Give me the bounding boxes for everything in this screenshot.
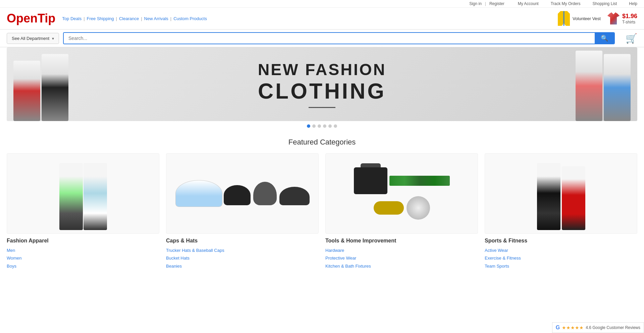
trucker-hats-link[interactable]: Trucker Hats & Baseball Caps (166, 248, 224, 253)
header: OpenTip Top Deals | Free Shipping | Clea… (0, 8, 644, 30)
active-wear-link[interactable]: Active Wear (485, 248, 508, 253)
bucket-hats-link[interactable]: Bucket Hats (166, 256, 190, 261)
protective-wear-link[interactable]: Protective Wear (325, 256, 356, 261)
caps-figures (172, 177, 313, 210)
nav-sep-3: | (141, 16, 142, 21)
hero-divider (309, 107, 335, 108)
category-fashion-apparel: Fashion Apparel Men Women Boys (7, 153, 159, 270)
sports-links: Active Wear Exercise & Fitness Team Spor… (485, 246, 637, 270)
hardware-link[interactable]: Hardware (325, 248, 344, 253)
search-container: 🔍 (63, 32, 615, 44)
tools-figures (326, 164, 478, 223)
dot-6[interactable] (334, 124, 337, 128)
nav-custom-products[interactable]: Custom Products (173, 16, 207, 21)
list-item: Trucker Hats & Baseball Caps (166, 246, 319, 254)
figure-green-shirt (59, 163, 83, 230)
search-button[interactable]: 🔍 (595, 33, 614, 44)
list-item: Active Wear (485, 246, 637, 254)
shirt-promo[interactable]: $1.96 T-shirts (607, 12, 637, 24)
logo-open: Open (7, 11, 38, 25)
fashion-apparel-links: Men Women Boys (7, 246, 159, 270)
list-item: Boys (7, 262, 159, 270)
cart-icon-symbol: 🛒 (626, 33, 637, 44)
ball-bearing (407, 196, 430, 220)
tools-title: Tools & Home Improvement (325, 238, 478, 244)
dot-1[interactable] (307, 124, 310, 128)
nav-clearance[interactable]: Clearance (119, 16, 139, 21)
list-item: Protective Wear (325, 254, 478, 262)
help-link[interactable]: Help (629, 1, 637, 6)
nav-top-deals[interactable]: Top Deals (62, 16, 82, 21)
caps-hats-links: Trucker Hats & Baseball Caps Bucket Hats… (166, 246, 319, 270)
register-link[interactable]: Register (489, 1, 504, 6)
promo-items: Volunteer Vest $1.96 T-shirts (558, 11, 637, 26)
sports-title: Sports & Fitness (485, 238, 637, 244)
tools-links: Hardware Protective Wear Kitchen & Bath … (325, 246, 478, 270)
cart-icon[interactable]: 🛒 (626, 33, 637, 44)
women-link[interactable]: Women (7, 256, 22, 261)
dot-4[interactable] (323, 124, 326, 128)
dept-label: See All Department (12, 36, 49, 41)
search-input[interactable] (64, 33, 595, 44)
figure-lightblue-shirt (84, 163, 107, 230)
boys-link[interactable]: Boys (7, 264, 16, 269)
dept-select[interactable]: See All Department (7, 33, 59, 44)
hero-title-2: CLOTHING (258, 79, 386, 104)
list-item: Hardware (325, 246, 478, 254)
hero-banner: NEW FASHION CLOTHING (7, 47, 637, 121)
model-black (42, 54, 68, 121)
track-orders-link[interactable]: Track My Orders (551, 1, 581, 6)
nav-sep-4: | (170, 16, 171, 21)
category-caps-hats: Caps & Hats Trucker Hats & Baseball Caps… (166, 153, 319, 270)
logo[interactable]: OpenTip (7, 11, 55, 25)
kitchen-bath-link[interactable]: Kitchen & Bath Fixtures (325, 264, 371, 269)
shirt-label: T-shirts (622, 20, 637, 24)
dot-2[interactable] (312, 124, 316, 128)
figure-red-jersey (562, 166, 585, 230)
top-bar: Sign in | Register My Account Track My O… (0, 0, 644, 8)
shopping-list-link[interactable]: Shopping List (593, 1, 617, 6)
screwdrivers (389, 176, 450, 186)
signin-link[interactable]: Sign in (469, 1, 482, 6)
shirt-price: $1.96 (622, 13, 637, 20)
shirt-price-wrap: $1.96 T-shirts (622, 13, 637, 24)
beanies-link[interactable]: Beanies (166, 264, 182, 269)
model-pink (576, 51, 602, 121)
model-red (13, 61, 40, 121)
men-link[interactable]: Men (7, 248, 15, 253)
top-bar-links: Sign in | Register My Account Track My O… (469, 1, 637, 6)
hero-text-center: NEW FASHION CLOTHING (258, 60, 386, 108)
svg-marker-3 (607, 12, 620, 24)
signin-sep: | (485, 1, 486, 6)
beanie-cap (253, 182, 277, 205)
bucket-cap (224, 185, 251, 205)
nav-links: Top Deals | Free Shipping | Clearance | … (62, 16, 551, 21)
carousel-dots (0, 124, 644, 128)
category-sports: Sports & Fitness Active Wear Exercise & … (485, 153, 637, 270)
dot-3[interactable] (318, 124, 321, 128)
nav-free-shipping[interactable]: Free Shipping (87, 16, 114, 21)
door-handle (374, 201, 404, 215)
list-item: Team Sports (485, 262, 637, 270)
list-item: Exercise & Fitness (485, 254, 637, 262)
team-sports-link[interactable]: Team Sports (485, 264, 509, 269)
caps-hats-image[interactable] (166, 153, 319, 234)
categories-grid: Fashion Apparel Men Women Boys Caps (7, 153, 637, 270)
baseball-cap (279, 187, 310, 205)
tools-image[interactable] (325, 153, 478, 234)
dot-5[interactable] (328, 124, 332, 128)
hero-models-left (13, 54, 68, 121)
featured-section: Featured Categories Fashion Apparel Men … (0, 131, 644, 273)
figure-dark-tank (537, 163, 560, 230)
model-blue (604, 54, 631, 121)
fashion-apparel-image[interactable] (7, 153, 159, 234)
category-tools: Tools & Home Improvement Hardware Protec… (325, 153, 478, 270)
hero-title-1: NEW FASHION (258, 60, 386, 79)
search-row: See All Department 🔍 🛒 (0, 30, 644, 47)
vest-promo[interactable]: Volunteer Vest (558, 11, 601, 26)
my-account-link[interactable]: My Account (518, 1, 539, 6)
exercise-fitness-link[interactable]: Exercise & Fitness (485, 256, 521, 261)
nav-new-arrivals[interactable]: New Arrivals (144, 16, 168, 21)
search-icon: 🔍 (601, 35, 608, 42)
sports-image[interactable] (485, 153, 637, 234)
